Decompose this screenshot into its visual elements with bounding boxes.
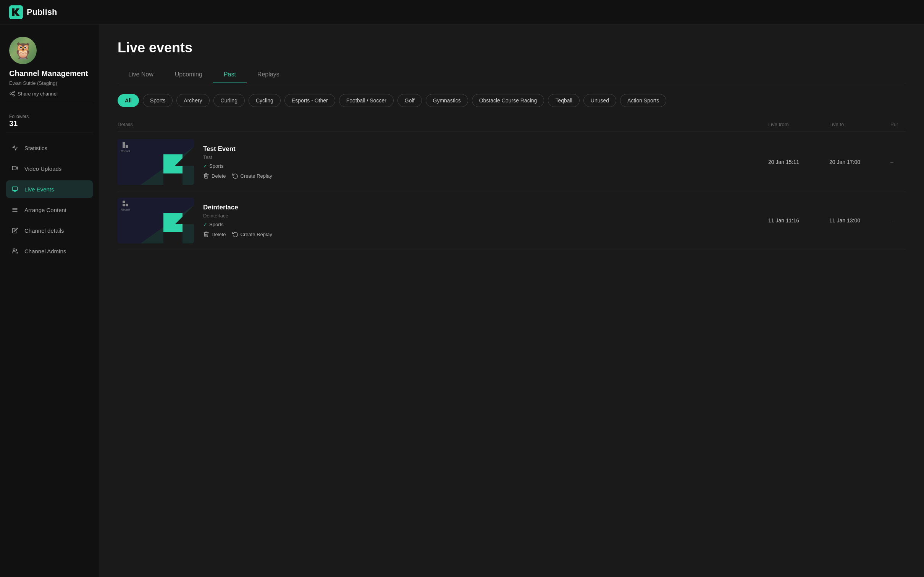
filter-unused[interactable]: Unused xyxy=(583,94,616,107)
filter-archery[interactable]: Archery xyxy=(176,94,209,107)
header-details: Details xyxy=(118,122,768,127)
filter-football-soccer[interactable]: Football / Soccer xyxy=(339,94,394,107)
event-tag-label: Sports xyxy=(209,222,224,227)
event-subtitle: Test xyxy=(203,154,768,160)
sidebar-item-live-events[interactable]: Live Events xyxy=(6,180,93,198)
svg-marker-21 xyxy=(163,232,183,243)
tab-past[interactable]: Past xyxy=(213,66,247,83)
event-tag: ✓ Sports xyxy=(203,163,768,169)
event-actions: Delete Create Replay xyxy=(203,173,768,179)
sidebar-item-video-uploads[interactable]: Video Uploads xyxy=(6,160,93,177)
replay-label: Create Replay xyxy=(241,232,272,237)
event-live-to: 11 Jan 13:00 xyxy=(829,217,890,224)
event-pur: – xyxy=(890,217,906,224)
filter-all[interactable]: All xyxy=(118,94,139,107)
page-title: Live events xyxy=(118,40,906,56)
event-info: Deinterlace Deinterlace ✓ Sports Delete xyxy=(203,204,768,237)
event-live-to: 20 Jan 17:00 xyxy=(829,159,890,165)
create-replay-button[interactable]: Create Replay xyxy=(232,231,272,237)
sidebar-item-arrange-content[interactable]: Arrange Content xyxy=(6,201,93,219)
share-channel-link[interactable]: Share my channel xyxy=(9,91,58,97)
sidebar-label-statistics: Statistics xyxy=(24,145,47,151)
event-subtitle: Deinterlace xyxy=(203,213,768,219)
event-title: Test Event xyxy=(203,145,768,153)
event-info: Test Event Test ✓ Sports Delete Crea xyxy=(203,145,768,179)
logo-text: Publish xyxy=(27,7,57,17)
event-tag-label: Sports xyxy=(209,163,224,169)
sidebar: Channel Management Ewan Suttie (Staging)… xyxy=(0,24,99,577)
header-pur: Pur xyxy=(890,122,906,127)
channel-name: Channel Management xyxy=(9,69,88,78)
replay-icon xyxy=(232,173,238,179)
filter-curling[interactable]: Curling xyxy=(213,94,245,107)
followers-count: 31 xyxy=(9,119,90,128)
event-tag: ✓ Sports xyxy=(203,222,768,227)
chart-icon xyxy=(11,144,19,152)
edit-icon xyxy=(11,226,19,235)
share-icon xyxy=(9,91,15,97)
filter-cycling[interactable]: Cycling xyxy=(249,94,281,107)
followers-label: Followers xyxy=(9,114,90,119)
recast-badge: Recast xyxy=(121,201,130,211)
logo-area[interactable]: Publish xyxy=(9,5,57,19)
sidebar-item-statistics[interactable]: Statistics xyxy=(6,139,93,157)
delete-label: Delete xyxy=(212,232,226,237)
sidebar-item-channel-details[interactable]: Channel details xyxy=(6,222,93,239)
followers-section: Followers 31 xyxy=(6,109,93,133)
event-title: Deinterlace xyxy=(203,204,768,211)
sidebar-label-video-uploads: Video Uploads xyxy=(24,165,61,172)
event-row: Recast Deinterlace Deinterlace ✓ Sports xyxy=(118,191,906,250)
sidebar-label-channel-details: Channel details xyxy=(24,227,64,234)
delete-button[interactable]: Delete xyxy=(203,173,226,179)
filter-obstacle-course[interactable]: Obstacle Course Racing xyxy=(472,94,544,107)
trash-icon xyxy=(203,173,209,179)
filters-container: All Sports Archery Curling Cycling Espor… xyxy=(118,94,906,107)
svg-marker-17 xyxy=(163,173,183,185)
header-live-to: Live to xyxy=(829,122,890,127)
filter-golf[interactable]: Golf xyxy=(397,94,422,107)
avatar xyxy=(9,37,37,64)
sidebar-label-live-events: Live Events xyxy=(24,186,54,193)
thumbnail-shape xyxy=(141,147,194,185)
event-details: Recast Test Event Test ✓ Sports xyxy=(118,139,768,185)
filter-teqball[interactable]: Teqball xyxy=(548,94,579,107)
replay-icon xyxy=(232,231,238,237)
tab-live-now[interactable]: Live Now xyxy=(118,66,164,83)
sidebar-label-channel-admins: Channel Admins xyxy=(24,248,66,254)
event-live-from: 20 Jan 15:11 xyxy=(768,159,829,165)
users-icon xyxy=(11,247,19,255)
event-live-from: 11 Jan 11:16 xyxy=(768,217,829,224)
video-icon xyxy=(11,164,19,173)
trash-icon xyxy=(203,231,209,237)
filter-action-sports[interactable]: Action Sports xyxy=(620,94,666,107)
svg-marker-7 xyxy=(16,167,17,169)
recast-badge: Recast xyxy=(121,142,130,153)
topbar: Publish xyxy=(0,0,924,24)
delete-label: Delete xyxy=(212,173,226,179)
main-content: Live events Live Now Upcoming Past Repla… xyxy=(99,24,924,577)
tv-icon xyxy=(11,185,19,193)
create-replay-button[interactable]: Create Replay xyxy=(232,173,272,179)
tab-replays[interactable]: Replays xyxy=(247,66,290,83)
delete-button[interactable]: Delete xyxy=(203,231,226,237)
tabs-container: Live Now Upcoming Past Replays xyxy=(118,66,906,83)
svg-line-5 xyxy=(11,92,13,93)
event-thumbnail: Recast xyxy=(118,198,194,243)
event-thumbnail: Recast xyxy=(118,139,194,185)
svg-rect-8 xyxy=(12,187,17,190)
check-icon: ✓ xyxy=(203,163,207,169)
sidebar-item-channel-admins[interactable]: Channel Admins xyxy=(6,242,93,260)
event-pur: – xyxy=(890,159,906,165)
svg-point-14 xyxy=(13,249,15,251)
sidebar-label-arrange-content: Arrange Content xyxy=(24,207,66,213)
filter-gymnastics[interactable]: Gymnastics xyxy=(426,94,468,107)
check-icon: ✓ xyxy=(203,222,207,227)
svg-line-4 xyxy=(11,94,13,95)
avatar-image xyxy=(9,37,37,64)
filter-sports[interactable]: Sports xyxy=(143,94,173,107)
filter-esports-other[interactable]: Esports - Other xyxy=(284,94,335,107)
tab-upcoming[interactable]: Upcoming xyxy=(164,66,213,83)
table-header: Details Live from Live to Pur xyxy=(118,118,906,131)
event-row: Recast Test Event Test ✓ Sports xyxy=(118,133,906,191)
svg-rect-6 xyxy=(12,166,16,170)
